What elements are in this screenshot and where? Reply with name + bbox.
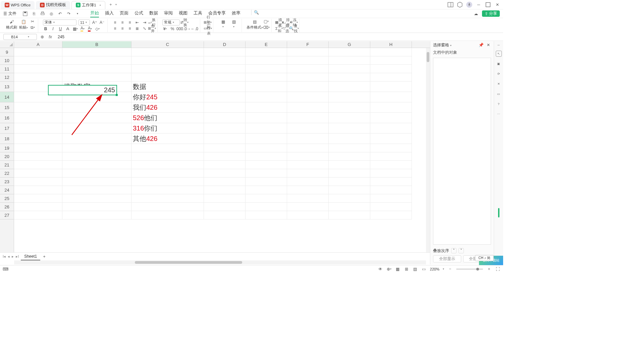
pin-icon[interactable]: 📌 [478,42,484,48]
cell[interactable] [131,203,204,211]
align-justify-icon[interactable]: ≣ [135,26,140,31]
cell[interactable] [131,152,204,161]
cell[interactable] [287,73,329,82]
cell[interactable] [329,169,370,178]
cell[interactable] [370,178,412,186]
view-layout-icon[interactable]: ▤ [413,266,418,272]
col-header[interactable]: C [131,41,204,48]
name-box[interactable]: B14▾ [3,34,37,40]
col-header[interactable]: F [287,41,329,48]
app-tab-template[interactable]: D 找稻壳模板 [36,1,70,9]
cell[interactable] [246,123,287,134]
cell[interactable] [62,211,131,219]
cell[interactable] [370,194,412,203]
cell[interactable] [329,92,370,102]
tab-formula[interactable]: 公式 [135,10,143,17]
redo-icon[interactable]: ↷ [66,11,71,16]
cell[interactable] [204,211,246,219]
cell[interactable] [287,144,329,152]
cell[interactable] [204,102,246,113]
row-header[interactable]: 22 [0,169,14,178]
cell[interactable] [204,134,246,144]
row-header[interactable]: 27 [0,211,14,219]
cell[interactable] [287,113,329,123]
row-header[interactable]: 24 [0,186,14,194]
row-header[interactable]: 25 [0,194,14,203]
tab-list-dropdown[interactable]: ▾ [113,2,119,7]
cell[interactable] [287,102,329,113]
cell[interactable] [370,82,412,92]
cell[interactable] [14,65,62,73]
formula-input[interactable]: 245 [56,35,64,39]
tab-member[interactable]: 会员专享 [208,10,226,17]
cell[interactable] [204,48,246,56]
cell[interactable] [131,211,204,219]
cell[interactable] [62,65,131,73]
cell[interactable] [370,92,412,102]
row-header[interactable]: 26 [0,203,14,211]
cell[interactable] [246,203,287,211]
tab-insert[interactable]: 插入 [105,10,114,17]
cell[interactable] [246,211,287,219]
row-header[interactable]: 14 [0,92,14,102]
select-all-corner[interactable] [0,41,14,48]
eye-icon[interactable]: 👁 [378,266,383,272]
cell[interactable] [329,186,370,194]
decimal-inc-icon[interactable]: .0→ [184,26,190,32]
cell[interactable] [14,186,62,194]
cell[interactable] [14,178,62,186]
cell[interactable]: 316你们 [131,123,204,134]
cell[interactable] [131,186,204,194]
cloud-icon[interactable]: ☁ [473,11,479,16]
cell[interactable] [287,65,329,73]
undo-icon[interactable]: ↶ [57,11,63,16]
row-header[interactable]: 11 [0,65,14,73]
show-all-button[interactable]: 全部显示 [433,255,461,262]
pane-body[interactable] [433,58,491,245]
cell[interactable] [370,102,412,113]
tab-review[interactable]: 审阅 [164,10,173,17]
cond-format-button[interactable]: ▤条件格式▾ [247,19,263,32]
cell[interactable] [370,73,412,82]
cell[interactable] [62,161,131,169]
search-icon[interactable]: 🔍 [251,10,257,15]
cell[interactable] [246,73,287,82]
cell[interactable] [287,194,329,203]
print-icon[interactable] [40,11,45,16]
minimize-icon[interactable]: ─ [476,2,482,8]
indent-decrease-icon[interactable]: ⇤ [135,20,140,25]
sync-icon[interactable]: ⟳ [496,71,502,77]
bring-forward-icon[interactable]: ˄ [451,248,457,253]
cell[interactable] [14,169,62,178]
cell[interactable] [204,56,246,65]
cell[interactable] [14,48,62,56]
cell[interactable] [287,48,329,56]
cell[interactable] [370,56,412,65]
sheet-last-icon[interactable]: ▸I [16,254,19,259]
cell[interactable] [62,152,131,161]
cell-style-button[interactable]: ▧▾ [229,19,239,32]
cell[interactable] [370,123,412,134]
cell[interactable] [14,203,62,211]
more-icon[interactable]: ⋯ [496,111,502,117]
cell[interactable] [370,65,412,73]
tab-data[interactable]: 数据 [149,10,158,17]
cell[interactable] [246,178,287,186]
worksheet-button[interactable]: ▭ 工作表▾ [205,26,210,31]
cell[interactable]: 数据 [131,82,204,92]
cell[interactable] [246,65,287,73]
cell[interactable] [287,92,329,102]
save-icon[interactable] [22,11,28,16]
cell[interactable] [131,73,204,82]
cell[interactable] [246,134,287,144]
cell[interactable] [204,73,246,82]
cell[interactable] [287,186,329,194]
preview-icon[interactable]: ◎ [49,11,54,16]
cell[interactable] [131,178,204,186]
cell[interactable] [204,169,246,178]
cell[interactable] [246,82,287,92]
cell[interactable] [329,56,370,65]
row-header[interactable]: 19 [0,144,14,152]
row-header[interactable]: 20 [0,152,14,161]
comma-icon[interactable]: 000 [177,26,182,32]
